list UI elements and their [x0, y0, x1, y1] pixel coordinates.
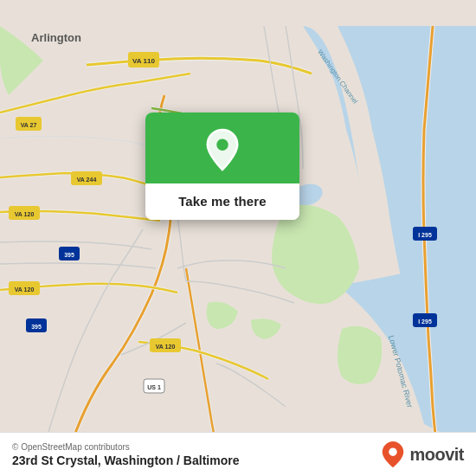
svg-text:VA 110: VA 110: [132, 57, 155, 65]
popup-card: Take me there: [145, 113, 299, 220]
moovit-pin-icon: [381, 441, 405, 468]
svg-text:VA 27: VA 27: [21, 122, 37, 128]
location-pin-icon: [203, 128, 241, 171]
popup-icon-area: [145, 113, 299, 183]
take-me-there-button[interactable]: Take me there: [145, 183, 299, 220]
svg-text:Arlington: Arlington: [31, 31, 81, 44]
svg-text:VA 120: VA 120: [15, 286, 35, 293]
bottom-bar: © OpenStreetMap contributors 23rd St Cry…: [0, 432, 476, 476]
svg-text:I 295: I 295: [418, 232, 432, 238]
svg-text:395: 395: [64, 252, 74, 258]
moovit-brand-text: moovit: [409, 445, 464, 465]
moovit-logo: moovit: [381, 441, 464, 468]
svg-text:VA 244: VA 244: [77, 177, 97, 183]
svg-text:US 1: US 1: [147, 384, 161, 390]
bottom-info: © OpenStreetMap contributors 23rd St Cry…: [12, 442, 239, 467]
copyright-text: © OpenStreetMap contributors: [12, 442, 239, 452]
location-title: 23rd St Crystal, Washington / Baltimore: [12, 453, 239, 467]
svg-text:VA 120: VA 120: [156, 344, 176, 350]
svg-text:I 295: I 295: [418, 318, 432, 325]
svg-text:VA 120: VA 120: [15, 211, 35, 217]
svg-point-30: [389, 447, 397, 455]
svg-point-29: [216, 139, 228, 151]
svg-text:395: 395: [31, 324, 42, 330]
map-container: VA 110 VA 27 VA 244 VA 120 395 VA 120 39…: [0, 0, 476, 476]
map-background: VA 110 VA 27 VA 244 VA 120 395 VA 120 39…: [0, 0, 476, 476]
